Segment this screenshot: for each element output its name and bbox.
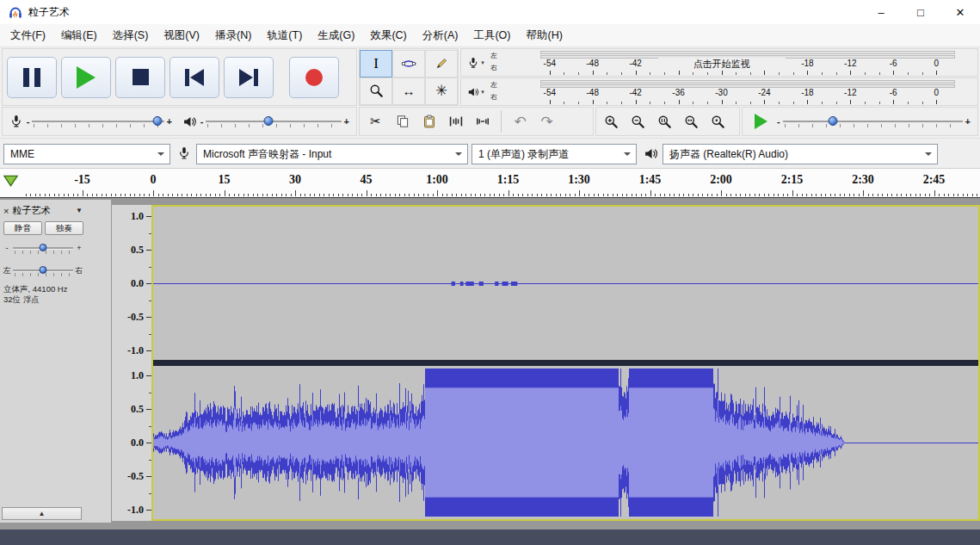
track-gain-slider[interactable] [13, 239, 73, 257]
zoom-out-button[interactable] [626, 110, 650, 133]
timeline-tick [736, 194, 737, 196]
horizontal-scrollbar[interactable] [0, 530, 980, 545]
menu-transport[interactable]: 播录(N) [207, 24, 259, 46]
timeline-label: 1:45 [639, 173, 662, 187]
timeline-tick [168, 194, 169, 196]
pause-icon [23, 68, 40, 87]
timeline-tick [503, 194, 504, 196]
redo-button[interactable]: ↷ [534, 110, 559, 133]
zoom-toggle-icon [711, 115, 725, 129]
timeline[interactable]: -1501530451:001:151:301:452:002:152:302:… [0, 169, 980, 198]
solo-button[interactable]: 独奏 [45, 221, 83, 235]
menu-help[interactable]: 帮助(H) [518, 24, 570, 46]
menu-edit[interactable]: 编辑(E) [53, 24, 105, 46]
fit-project-button[interactable] [679, 110, 704, 133]
track-close-button[interactable]: × [3, 206, 9, 216]
paste-icon [422, 115, 436, 128]
draw-tool-button[interactable] [425, 50, 458, 77]
timeline-tick [182, 194, 182, 196]
recording-volume-slider[interactable]: - + [27, 113, 172, 130]
timeline-tick [910, 194, 911, 196]
recording-device-dropdown[interactable]: Microsoft 声音映射器 - Input [196, 144, 468, 164]
menu-tracks[interactable]: 轨道(T) [259, 24, 310, 46]
recording-meter-mic-icon[interactable]: ▾ [461, 49, 490, 76]
playback-meter-bars[interactable]: -54-48-42-36-30-24-18-12-60 [502, 78, 974, 105]
menu-view[interactable]: 视图(V) [156, 24, 207, 46]
playback-device-dropdown[interactable]: 扬声器 (Realtek(R) Audio) [663, 144, 938, 164]
play-at-speed-button[interactable] [749, 110, 772, 133]
playback-volume-slider[interactable]: - + [200, 113, 349, 130]
menu-select[interactable]: 选择(S) [105, 24, 157, 46]
playback-speed-slider[interactable]: - + [777, 113, 971, 130]
recording-meter-toolbar[interactable]: ▾ 左 右 -54-48-42-36-30-24-18-12-60 点击开始监视 [460, 48, 978, 77]
timeline-tick [461, 194, 462, 196]
paste-button[interactable] [416, 110, 441, 133]
track-name[interactable]: 粒子艺术 [12, 204, 76, 217]
timeline-tick [333, 194, 334, 196]
skip-to-start-button[interactable] [169, 57, 219, 98]
play-button[interactable] [61, 57, 111, 98]
waveform-channel-2[interactable] [153, 366, 978, 519]
playback-speed-thumb[interactable] [829, 116, 838, 126]
amplitude-ruler-label: 0.5 [131, 403, 144, 416]
menu-analyze[interactable]: 分析(A) [415, 24, 466, 46]
time-shift-tool-button[interactable]: ↔ [392, 77, 425, 105]
timeline-tick [206, 194, 206, 196]
multi-tool-button[interactable]: ✳ [425, 77, 458, 105]
timeline-tick [371, 194, 372, 196]
skip-to-end-button[interactable] [224, 57, 274, 98]
vertical-ruler[interactable]: 1.00.50.0-0.5-1.01.00.50.0-0.5-1.0 [112, 205, 151, 521]
timeline-tick [144, 194, 145, 196]
timeline-tick [774, 194, 774, 196]
undo-button[interactable]: ↶ [508, 110, 533, 133]
record-button[interactable] [289, 57, 339, 98]
minimize-button[interactable]: – [861, 0, 901, 24]
chevron-down-icon [455, 152, 462, 159]
zoom-toggle-button[interactable] [706, 110, 730, 133]
fit-selection-button[interactable] [652, 110, 677, 133]
gain-plus-label: + [75, 244, 83, 252]
timeline-tick [59, 194, 59, 196]
cut-button[interactable]: ✂ [363, 110, 388, 133]
close-button[interactable]: ✕ [940, 0, 980, 24]
timeline-tick [664, 194, 665, 196]
track-gain-thumb[interactable] [40, 244, 47, 251]
menu-tools[interactable]: 工具(O) [465, 24, 518, 46]
waveform-channel-1[interactable] [153, 207, 978, 360]
monitor-hint-text[interactable]: 点击开始监视 [658, 58, 786, 71]
track-pan-thumb[interactable] [40, 266, 47, 274]
channel-separator[interactable] [153, 360, 978, 366]
meter-scale-label: -24 [758, 88, 770, 97]
maximize-button[interactable]: □ [901, 0, 940, 24]
timeline-tick [707, 194, 708, 196]
copy-button[interactable] [390, 110, 415, 133]
selection-tool-button[interactable]: I [360, 50, 392, 77]
track-menu-button[interactable]: ▼ [76, 207, 83, 214]
timeline-tick [272, 194, 273, 196]
recording-volume-thumb[interactable] [152, 116, 162, 126]
playback-meter-toolbar[interactable]: ▾ 左 右 -54-48-42-36-30-24-18-12-60 [460, 77, 978, 106]
timeline-label: 30 [289, 173, 301, 187]
trim-outside-selection-button[interactable] [443, 110, 468, 133]
timeline-tick [310, 194, 311, 196]
silence-selection-button[interactable] [470, 110, 495, 133]
playback-volume-thumb[interactable] [263, 116, 273, 126]
menu-file[interactable]: 文件(F) [3, 24, 53, 46]
stop-button[interactable] [115, 57, 165, 98]
zoom-in-button[interactable] [599, 110, 624, 133]
playback-meter-speaker-icon[interactable]: ▾ [461, 78, 490, 105]
recording-meter-bars[interactable]: -54-48-42-36-30-24-18-12-60 点击开始监视 [502, 49, 974, 76]
menu-generate[interactable]: 生成(G) [310, 24, 362, 46]
track-collapse-button[interactable]: ▲ [2, 507, 82, 520]
recording-channels-dropdown[interactable]: 1 (单声道) 录制声道 [472, 144, 637, 164]
envelope-tool-button[interactable] [392, 50, 425, 77]
pinned-play-head-icon[interactable] [3, 175, 19, 187]
menu-effect[interactable]: 效果(C) [362, 24, 414, 46]
audio-host-dropdown[interactable]: MME [3, 144, 170, 164]
zoom-tool-button[interactable] [360, 77, 392, 105]
mute-button[interactable]: 静音 [3, 221, 42, 235]
track-pan-slider[interactable] [13, 262, 73, 279]
pause-button[interactable] [7, 57, 57, 98]
timeline-tick [465, 194, 466, 196]
audacity-window: 粒子艺术 – □ ✕ 文件(F) 编辑(E) 选择(S) 视图(V) 播录(N)… [0, 0, 980, 545]
